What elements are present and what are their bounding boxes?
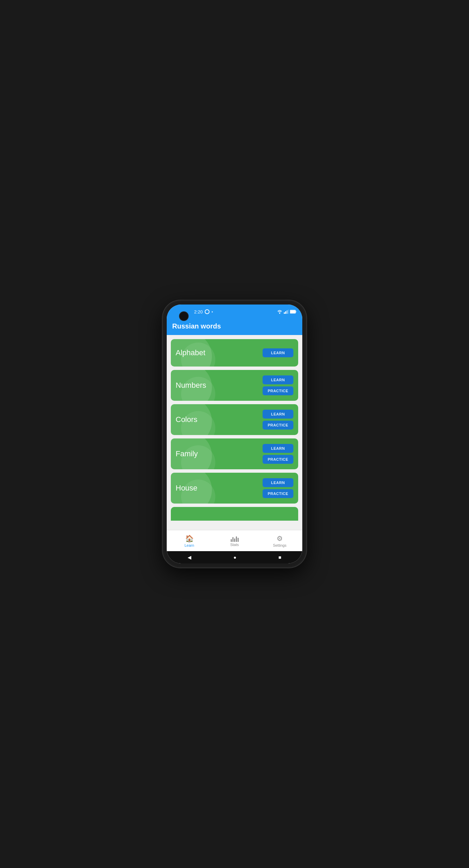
phone-device: 2:20 ▪	[163, 300, 306, 568]
svg-rect-7	[295, 311, 296, 313]
category-card-numbers: Numbers LEARN PRACTICE	[171, 370, 298, 401]
category-name-numbers: Numbers	[176, 381, 263, 390]
bottom-nav: 🏠 Learn Stats ⚙ Settings	[167, 530, 302, 551]
svg-point-0	[279, 313, 280, 314]
practice-button-family[interactable]: PRACTICE	[263, 455, 293, 464]
learn-button-family[interactable]: LEARN	[263, 444, 293, 453]
svg-rect-4	[288, 310, 289, 314]
svg-rect-6	[290, 310, 295, 313]
category-card-partial	[171, 507, 298, 521]
nav-item-settings[interactable]: ⚙ Settings	[257, 534, 302, 547]
status-time: 2:20 ▪	[194, 309, 213, 314]
main-content[interactable]: Alphabet LEARN Numbers LEARN PRACTICE Co…	[167, 335, 302, 530]
category-buttons-colors: LEARN PRACTICE	[263, 410, 293, 430]
home-icon: 🏠	[185, 534, 194, 543]
category-buttons-family: LEARN PRACTICE	[263, 444, 293, 464]
learn-button-house[interactable]: LEARN	[263, 478, 293, 487]
nav-item-learn[interactable]: 🏠 Learn	[167, 534, 212, 547]
category-buttons-numbers: LEARN PRACTICE	[263, 375, 293, 395]
recent-button[interactable]: ■	[271, 553, 288, 561]
nav-label-learn: Learn	[185, 543, 194, 547]
category-buttons-alphabet: LEARN	[263, 348, 293, 357]
time-display: 2:20	[194, 309, 203, 314]
category-buttons-house: LEARN PRACTICE	[263, 478, 293, 498]
system-nav: ◀ ● ■	[167, 551, 302, 563]
category-card-family: Family LEARN PRACTICE	[171, 438, 298, 469]
learn-button-colors[interactable]: LEARN	[263, 410, 293, 419]
practice-button-colors[interactable]: PRACTICE	[263, 421, 293, 430]
nav-label-settings: Settings	[273, 543, 287, 547]
category-name-family: Family	[176, 449, 263, 458]
learn-button-alphabet[interactable]: LEARN	[263, 348, 293, 357]
practice-button-numbers[interactable]: PRACTICE	[263, 386, 293, 395]
wifi-icon	[277, 310, 282, 314]
app-title: Russian words	[172, 322, 297, 330]
category-card-house: House LEARN PRACTICE	[171, 473, 298, 504]
app-bar: Russian words	[167, 319, 302, 335]
camera-icon	[179, 311, 189, 321]
stats-icon	[231, 535, 239, 542]
category-card-alphabet: Alphabet LEARN	[171, 339, 298, 367]
svg-rect-3	[287, 310, 288, 314]
practice-button-house[interactable]: PRACTICE	[263, 489, 293, 498]
battery-icon	[290, 310, 297, 314]
signal-icon	[284, 310, 289, 314]
home-button[interactable]: ●	[227, 553, 243, 561]
sim-icon: ▪	[212, 310, 213, 314]
svg-rect-1	[284, 312, 285, 314]
category-name-house: House	[176, 484, 263, 493]
back-button[interactable]: ◀	[181, 553, 198, 561]
phone-screen: 2:20 ▪	[167, 305, 302, 563]
nav-item-stats[interactable]: Stats	[212, 535, 257, 547]
notification-icon	[205, 309, 210, 314]
svg-rect-2	[285, 311, 286, 314]
nav-label-stats: Stats	[230, 543, 239, 547]
category-name-colors: Colors	[176, 415, 263, 424]
status-icons	[277, 310, 297, 314]
learn-button-numbers[interactable]: LEARN	[263, 375, 293, 384]
category-card-colors: Colors LEARN PRACTICE	[171, 404, 298, 435]
gear-icon: ⚙	[277, 534, 283, 543]
category-name-alphabet: Alphabet	[176, 348, 263, 357]
